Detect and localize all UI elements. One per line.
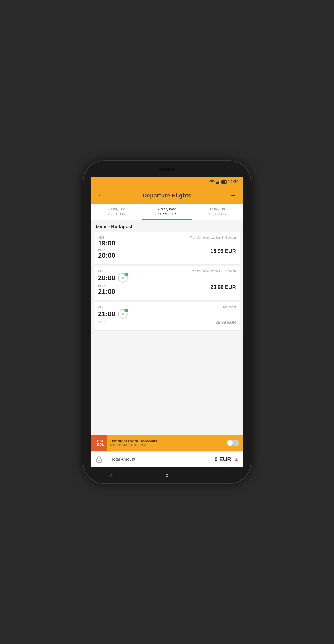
bol-text: List flights with BolPoints You have 40.… [110, 439, 223, 447]
svg-rect-1 [216, 182, 217, 184]
date-tab-1-name: 6 Mar, Tue [108, 207, 125, 211]
flight-price-3: 29,99 EUR [216, 320, 236, 325]
wifi-icon [209, 180, 215, 184]
date-tab-1-price: 23,99 EUR [107, 212, 125, 216]
svg-rect-2 [217, 182, 218, 184]
arr-time-2: 21:00 [98, 288, 116, 295]
total-content: Total Amount 0 EUR ▲ [107, 456, 243, 463]
app-header: ← Departure Flights [91, 187, 243, 204]
status-icons: 12:30 [209, 180, 239, 184]
flight-price-2: 23,99 EUR [210, 284, 236, 290]
back-button[interactable]: ← [96, 191, 105, 200]
status-time: 12:30 [228, 180, 239, 184]
dep-code-1: ADB [98, 236, 116, 239]
phone-screen: 12:30 ← Departure Flights 6 Mar, Tue 23,… [91, 177, 243, 467]
nav-home-button[interactable]: ○ [160, 469, 174, 482]
arr-code-1: BUD [98, 248, 116, 252]
bolpoints-banner: BOL BOL List flights with BolPoints You … [91, 435, 243, 451]
nav-bar: ◁ ○ □ [83, 467, 251, 483]
date-tab-3-price: 18,99 EUR [209, 212, 226, 216]
transfer-badge-3: 24 ✓ [118, 309, 128, 319]
dep-time-2: 20:00 [98, 274, 116, 281]
arr-code-2: BUD [98, 284, 116, 288]
dep-code-2: ADB [98, 269, 128, 273]
svg-marker-0 [211, 183, 213, 184]
flight-note-3: Direct flight [220, 305, 236, 309]
battery-icon [221, 180, 227, 184]
flight-card-1[interactable]: ADB 19:00 Transfer from Istanbul S. Gokc… [94, 232, 240, 264]
filter-button[interactable] [229, 191, 238, 200]
bol-title: List flights with BolPoints [110, 439, 223, 443]
date-tab-2[interactable]: 7 Mar, Wed 18,99 EUR [142, 204, 192, 220]
transfer-badge-2: 24 ✓ [118, 273, 128, 283]
flights-container: ADB 19:00 Transfer from Istanbul S. Gokc… [91, 232, 243, 435]
flight-card-2[interactable]: ADB 20:00 24 ✓ Transfer from Istanbul S.… [94, 266, 240, 300]
date-tabs: 6 Mar, Tue 23,99 EUR 7 Mar, Wed 18,99 EU… [91, 204, 243, 220]
check-mark-2: ✓ [124, 273, 128, 276]
arr-time-1: 20:00 [98, 252, 116, 259]
total-label: Total Amount [111, 457, 135, 462]
check-mark-3: ✓ [124, 309, 128, 312]
svg-rect-4 [219, 180, 220, 184]
date-tab-2-name: 7 Mar, Wed [158, 207, 177, 211]
flight-note-1: Transfer from Istanbul S. Gokcen [190, 236, 236, 239]
flight-price-1: 18,99 EUR [210, 248, 236, 254]
bol-subtitle: You have 40.000 BolPoints [110, 443, 223, 447]
filter-icon [230, 193, 237, 198]
date-tab-2-price: 18,99 EUR [158, 212, 176, 216]
flight-card-3[interactable]: ADB 21:00 24 ✓ Direct flight [94, 302, 240, 330]
bolpoints-toggle[interactable] [227, 440, 239, 446]
flight-note-2: Transfer from Istanbul S. Gokcen [190, 269, 236, 273]
bol-logo: BOL BOL [95, 437, 106, 449]
phone-frame: 12:30 ← Departure Flights 6 Mar, Tue 23,… [83, 161, 251, 483]
dep-time-3: 21:00 [98, 311, 116, 317]
dep-time-1: 19:00 [98, 240, 116, 247]
lock-section [91, 452, 107, 467]
date-tab-3-name: 8 Mar, Thu [209, 207, 226, 211]
header-title: Departure Flights [142, 192, 191, 199]
nav-recent-button[interactable]: □ [216, 469, 229, 482]
lock-icon [95, 455, 103, 464]
chevron-up-icon[interactable]: ▲ [234, 457, 239, 462]
svg-rect-3 [218, 181, 219, 184]
arr-code-3: BUD [98, 320, 105, 324]
total-bar: Total Amount 0 EUR ▲ [91, 451, 243, 467]
status-bar: 12:30 [91, 177, 243, 187]
phone-top-bar [159, 168, 175, 171]
date-tab-3[interactable]: 8 Mar, Thu 18,99 EUR [192, 204, 243, 220]
date-tab-1[interactable]: 6 Mar, Tue 23,99 EUR [91, 204, 142, 220]
route-label: Izmir - Budapest [91, 220, 243, 232]
total-value: 0 EUR [214, 456, 231, 463]
total-amount-right: 0 EUR ▲ [214, 456, 239, 463]
nav-back-button[interactable]: ◁ [105, 469, 118, 482]
dep-code-3: ADB [98, 305, 128, 309]
signal-icon [216, 180, 220, 184]
